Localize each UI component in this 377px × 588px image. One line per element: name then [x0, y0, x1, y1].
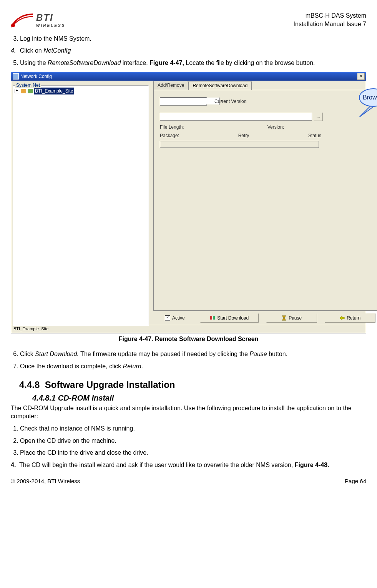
window-titlebar: Network Config × [11, 72, 366, 81]
browse-button[interactable]: ... [314, 113, 323, 121]
package-label: Package: [160, 133, 179, 139]
figure-447-window: Network Config × System Net + BTI_Exampl… [11, 72, 366, 333]
system-net-tree[interactable]: System Net + BTI_Example_Site [13, 85, 149, 326]
status-bar: BTI_Example_Site [11, 325, 366, 333]
tree-expand-icon[interactable]: + [15, 89, 19, 93]
step-6: Click Start Download. The firmware updat… [20, 350, 366, 358]
steps-list-b: Click Start Download. The firmware updat… [11, 350, 366, 370]
window-title-text: Network Config [20, 73, 52, 80]
window-icon [13, 73, 19, 80]
tab-content: Browse ▼ Current Version ... File Length… [153, 90, 377, 311]
steps-list-c: Check that no instance of NMS is running… [11, 424, 366, 469]
step-c3: Place the CD into the drive and close th… [20, 449, 366, 457]
section-4481-heading: 4.4.8.1 CD-ROM Install [32, 393, 366, 403]
version-input[interactable] [160, 98, 219, 104]
active-label: Active [172, 315, 185, 321]
pause-button[interactable]: Pause [266, 313, 317, 323]
tree-group-label: System Net [15, 82, 41, 88]
page-footer: © 2009-2014, BTI Wireless Page 64 [11, 477, 366, 485]
version-label: Version: [267, 124, 284, 130]
svg-rect-1 [210, 316, 212, 320]
step-c4: 4. The CD will begin the install wizard … [11, 461, 366, 469]
status-label: Status [308, 133, 321, 139]
site-icon [28, 89, 33, 93]
doc-title-line1: mBSC-H DAS System [294, 12, 366, 20]
file-path-input[interactable] [160, 113, 312, 121]
start-download-button[interactable]: Start Download [200, 313, 259, 323]
logo-text-top: BTI [36, 12, 65, 24]
bottom-button-bar: ✓ Active Start Download Pause Return [153, 311, 377, 325]
browse-callout: Browse [357, 88, 377, 112]
step-3: Log into the NMS System. [20, 35, 366, 43]
page-header: BTI WIRELESS mBSC-H DAS System Installat… [11, 12, 366, 28]
svg-point-0 [11, 23, 15, 27]
section-4481-intro: The CD-ROM Upgrade install is a quick an… [11, 404, 366, 421]
steps-list-a: Log into the NMS System. 4. Click on Net… [11, 35, 366, 67]
current-version-label: Current Version [214, 98, 246, 104]
logo-swoosh-icon [11, 12, 34, 28]
tab-add-remove[interactable]: Add/Remove [153, 81, 188, 89]
active-checkbox[interactable]: ✓ [165, 315, 170, 321]
tree-node-label[interactable]: BTI_Example_Site [34, 88, 74, 94]
hourglass-icon [281, 315, 287, 321]
return-icon [339, 315, 345, 321]
retry-label: Retry [238, 133, 249, 139]
tabs-row: Add/Remove RemoteSoftwareDownload [153, 81, 377, 90]
download-icon [210, 315, 215, 321]
section-448-heading: 4.4.8 Software Upgrade Installation [19, 379, 366, 391]
figure-447-caption: Figure 4-47. Remote Software Download Sc… [11, 335, 366, 343]
tab-remote-software-download[interactable]: RemoteSoftwareDownload [188, 81, 252, 90]
footer-page-number: Page 64 [345, 477, 366, 485]
step-c2: Open the CD drive on the machine. [20, 437, 366, 445]
active-checkbox-row[interactable]: ✓ Active [165, 315, 185, 321]
window-close-button[interactable]: × [357, 73, 365, 80]
logo-text-bottom: WIRELESS [36, 23, 65, 28]
footer-copyright: © 2009-2014, BTI Wireless [11, 477, 80, 485]
svg-rect-2 [213, 316, 215, 320]
doc-title-line2: Installation Manual Issue 7 [294, 20, 366, 28]
logo: BTI WIRELESS [11, 12, 65, 28]
return-button[interactable]: Return [325, 313, 375, 323]
doc-title-block: mBSC-H DAS System Installation Manual Is… [294, 12, 366, 28]
progress-bar [160, 141, 319, 148]
file-length-label: File Length: [160, 124, 184, 130]
step-4: 4. Click on NetConfig [11, 46, 366, 55]
step-7: Once the download is complete, click Ret… [20, 362, 366, 371]
step-c1: Check that no instance of NMS is running… [20, 424, 366, 433]
step-5: Using the RemoteSoftwareDownload interfa… [20, 59, 366, 67]
folder-icon [21, 89, 26, 93]
version-combo[interactable]: ▼ [160, 97, 207, 106]
